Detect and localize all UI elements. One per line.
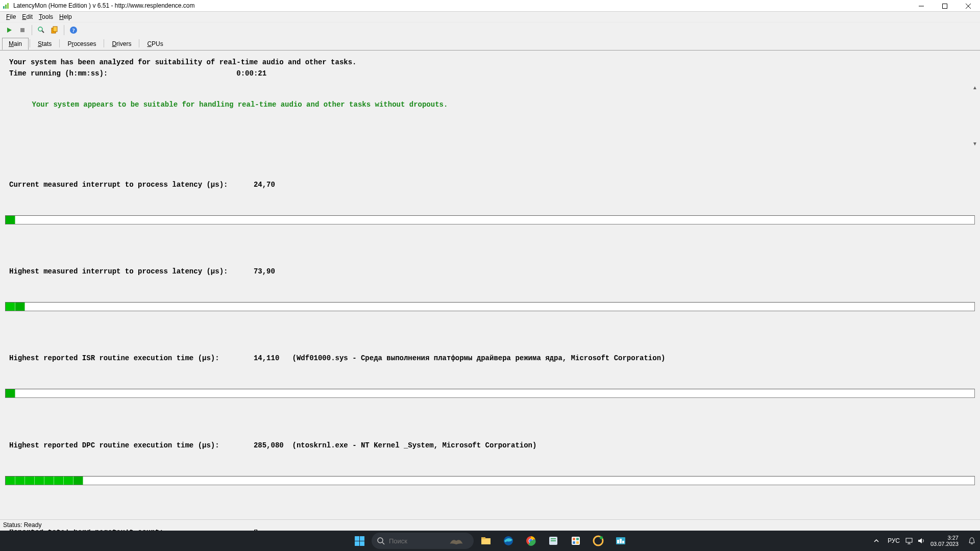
bar-segment xyxy=(44,477,54,485)
tab-separator xyxy=(104,39,104,47)
scroll-down-icon[interactable]: ▼ xyxy=(971,140,979,148)
svg-point-9 xyxy=(38,27,42,31)
analysis-line1: Your system has been analyzed for suitab… xyxy=(9,58,357,66)
menu-edit[interactable]: Edit xyxy=(19,12,36,21)
svg-rect-27 xyxy=(573,538,575,540)
bar-dpc xyxy=(5,476,975,485)
taskbar-right: РУС 3:27 03.07.2023 xyxy=(870,531,978,551)
metric-dpc: Highest reported DPC routine execution t… xyxy=(9,440,975,451)
bar-segment xyxy=(25,477,35,485)
bar-segment xyxy=(15,477,25,485)
svg-point-32 xyxy=(600,536,603,539)
network-icon xyxy=(905,537,913,545)
svg-rect-2 xyxy=(7,3,9,9)
status-text: Status: Ready xyxy=(3,521,41,529)
taskbar-explorer[interactable] xyxy=(476,531,496,551)
svg-rect-0 xyxy=(3,6,5,9)
taskbar-app-1[interactable] xyxy=(543,531,564,551)
time-running-label: Time running (h:mm:ss): xyxy=(9,69,108,78)
metrics: Current measured interrupt to process la… xyxy=(0,149,980,531)
bar-segment xyxy=(6,216,15,224)
bar-segment xyxy=(6,303,15,311)
tray-clock[interactable]: 3:27 03.07.2023 xyxy=(930,535,961,547)
svg-line-16 xyxy=(382,542,384,544)
svg-rect-1 xyxy=(5,5,7,9)
bar-segment xyxy=(64,477,74,485)
app-icon xyxy=(2,2,10,10)
window-controls xyxy=(910,0,980,11)
svg-rect-30 xyxy=(576,541,579,544)
svg-rect-8 xyxy=(20,28,24,32)
svg-point-15 xyxy=(378,538,383,543)
menu-help[interactable]: Help xyxy=(56,12,75,21)
stop-button[interactable] xyxy=(16,24,29,36)
svg-rect-29 xyxy=(573,541,575,544)
svg-rect-12 xyxy=(53,27,57,32)
tray-language[interactable]: РУС xyxy=(888,537,900,544)
start-button[interactable] xyxy=(349,531,370,551)
metric-isr: Highest reported ISR routine execution t… xyxy=(9,353,975,364)
taskbar-chrome[interactable] xyxy=(521,531,541,551)
svg-rect-18 xyxy=(481,537,485,539)
taskbar-center xyxy=(349,531,631,551)
tab-drivers[interactable]: Drivers xyxy=(105,38,138,49)
svg-rect-28 xyxy=(576,538,579,540)
taskbar-app-4[interactable] xyxy=(610,531,631,551)
titlebar: LatencyMon (Home Edition ) v 6.51 - http… xyxy=(0,0,980,12)
bar-current-latency xyxy=(5,215,975,224)
status-block: Your system appears to be suitable for h… xyxy=(0,83,980,127)
bar-segment xyxy=(74,477,83,485)
analysis-header: Your system has been analyzed for suitab… xyxy=(0,51,980,83)
tabstrip: Main Stats Processes Drivers CPUs xyxy=(0,37,980,49)
metric-current-latency: Current measured interrupt to process la… xyxy=(9,179,975,190)
bar-segment xyxy=(15,303,25,311)
help-button[interactable]: ? xyxy=(67,24,80,36)
bar-segment xyxy=(6,389,15,397)
analyze-button[interactable] xyxy=(35,24,47,36)
menu-file[interactable]: File xyxy=(3,12,19,21)
scroll-up-icon[interactable]: ▲ xyxy=(971,84,979,92)
app-statusbar: Status: Ready xyxy=(0,519,980,530)
copy-button[interactable] xyxy=(48,24,61,36)
tab-cpus[interactable]: CPUs xyxy=(140,38,169,49)
taskbar-edge[interactable] xyxy=(498,531,519,551)
bar-isr xyxy=(5,389,975,398)
tray-time: 3:27 xyxy=(930,535,959,541)
tray-icons[interactable] xyxy=(905,537,925,545)
tray-notifications[interactable] xyxy=(966,531,978,551)
taskbar-app-2[interactable] xyxy=(566,531,586,551)
svg-rect-36 xyxy=(622,541,624,543)
svg-rect-25 xyxy=(551,540,556,541)
svg-text:?: ? xyxy=(72,27,75,33)
svg-marker-7 xyxy=(7,28,12,33)
taskbar-search[interactable] xyxy=(372,533,474,549)
tab-processes[interactable]: Processes xyxy=(61,38,103,49)
menu-tools[interactable]: Tools xyxy=(36,12,56,21)
maximize-button[interactable] xyxy=(933,0,957,12)
tab-separator xyxy=(139,39,139,47)
bar-segment xyxy=(6,477,15,485)
bar-segment xyxy=(35,477,44,485)
toolbar-separator xyxy=(64,25,64,35)
main-panel: Your system has been analyzed for suitab… xyxy=(0,50,980,531)
svg-rect-37 xyxy=(906,538,912,542)
search-input[interactable] xyxy=(389,537,445,545)
tab-stats[interactable]: Stats xyxy=(31,38,58,49)
tray-chevron[interactable] xyxy=(870,531,883,551)
bar-segment xyxy=(54,477,64,485)
search-icon xyxy=(377,537,385,545)
close-button[interactable] xyxy=(957,0,980,12)
windows-taskbar: РУС 3:27 03.07.2023 xyxy=(0,531,980,551)
windows-logo-icon xyxy=(355,536,364,546)
volume-icon xyxy=(917,537,925,545)
bar-highest-latency xyxy=(5,302,975,311)
svg-rect-4 xyxy=(943,4,947,8)
svg-marker-40 xyxy=(918,538,922,543)
play-button[interactable] xyxy=(3,24,15,36)
tab-main[interactable]: Main xyxy=(2,38,29,50)
minimize-button[interactable] xyxy=(910,0,933,12)
status-message: Your system appears to be suitable for h… xyxy=(32,101,448,109)
metric-highest-latency: Highest measured interrupt to process la… xyxy=(9,266,975,277)
taskbar-app-3[interactable] xyxy=(588,531,608,551)
svg-rect-35 xyxy=(620,539,622,543)
